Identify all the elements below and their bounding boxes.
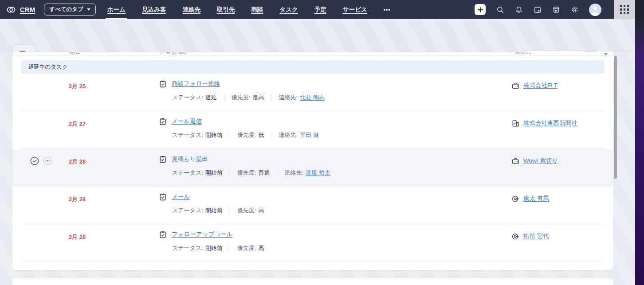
row-hover-actions bbox=[30, 156, 52, 167]
nav-item-5[interactable]: タスク bbox=[279, 0, 298, 19]
field-separator bbox=[230, 132, 230, 138]
task-clipboard-icon bbox=[159, 117, 167, 125]
status-label: ステータス: bbox=[172, 94, 203, 102]
related-to-cell: 株式会社東西新聞社 bbox=[511, 119, 577, 127]
priority-label: 優先度: bbox=[237, 244, 256, 252]
contact-group: 連絡先: 平田 健 bbox=[264, 131, 318, 139]
nav-item-3[interactable]: 取引先 bbox=[217, 0, 235, 19]
priority-label: 優先度: bbox=[237, 207, 256, 215]
task-title-link[interactable]: 商談フォロー連絡 bbox=[172, 80, 220, 88]
status-label: ステータス: bbox=[172, 169, 203, 177]
apps-grid-icon[interactable] bbox=[614, 0, 635, 19]
related-to-link[interactable]: Wow/ 買切り bbox=[523, 157, 558, 165]
grid-dots bbox=[620, 5, 629, 14]
contact-label: 連絡先: bbox=[279, 131, 298, 139]
status-label: ステータス: bbox=[172, 207, 203, 215]
desktop-background-strip bbox=[635, 0, 644, 285]
calendar-icon[interactable] bbox=[533, 5, 542, 14]
field-separator bbox=[271, 132, 271, 138]
page-header: ようこそ、nakano Tさん クラシック表示 ••• bbox=[0, 19, 635, 52]
task-row: 2月 27 メール返信 ステータス: 開始前 優先度: 低 連絡先: 平田 健 bbox=[12, 111, 613, 149]
section-header-delayed-tasks: 遅延中のタスク bbox=[21, 60, 605, 74]
contact-link[interactable]: 平田 健 bbox=[300, 131, 319, 139]
nav-item-1[interactable]: 見込み客 bbox=[142, 0, 166, 19]
task-detail-line: ステータス: 遅延 優先度: 最高 連絡先: 北並 剛志 bbox=[172, 94, 507, 102]
zoho-logo-icon[interactable] bbox=[6, 5, 16, 15]
related-to-link[interactable]: 康太 有馬 bbox=[523, 195, 549, 203]
task-title-link[interactable]: フォローアップコール bbox=[172, 230, 233, 238]
task-main-cell: 商談フォロー連絡 ステータス: 遅延 優先度: 最高 連絡先: 北並 剛志 bbox=[159, 80, 507, 102]
task-clipboard-icon bbox=[159, 80, 167, 88]
related-to-cell: 株式会社FLT bbox=[511, 82, 558, 90]
status-label: ステータス: bbox=[172, 244, 203, 252]
search-icon[interactable] bbox=[496, 5, 504, 14]
priority-value: 高 bbox=[258, 207, 264, 215]
contact-link[interactable]: 道坂 裕太 bbox=[306, 169, 330, 177]
related-to-link[interactable]: 拓留 宮代 bbox=[523, 232, 549, 240]
task-title-link[interactable]: 見積もり提出 bbox=[172, 155, 208, 163]
nav-item-more[interactable]: ••• bbox=[384, 0, 391, 19]
complete-task-check-icon[interactable] bbox=[30, 156, 39, 167]
status-value: 開始前 bbox=[205, 207, 223, 215]
chevron-down-icon bbox=[87, 8, 90, 11]
gear-icon[interactable] bbox=[570, 5, 579, 14]
priority-value: 低 bbox=[258, 131, 264, 139]
avatar[interactable] bbox=[589, 4, 601, 16]
nav-item-7[interactable]: サービス bbox=[343, 0, 367, 19]
vertical-scrollbar-thumb[interactable] bbox=[614, 56, 617, 179]
task-detail-line: ステータス: 開始前 優先度: 低 連絡先: 平田 健 bbox=[172, 131, 507, 139]
tab-selector-dropdown[interactable]: すべてのタブ bbox=[44, 4, 96, 16]
task-row: 2月 28 見積もり提出 ステータス: 開始前 優先度: 普通 連絡先: 道坂 … bbox=[12, 149, 613, 187]
priority-label: 優先度: bbox=[232, 94, 251, 102]
lead-icon bbox=[511, 232, 519, 240]
contact-group: 連絡先: 北並 剛志 bbox=[264, 94, 324, 102]
contact-link[interactable]: 北並 剛志 bbox=[300, 94, 325, 102]
nav-item-4[interactable]: 商談 bbox=[251, 0, 263, 19]
account-icon bbox=[511, 119, 519, 127]
contact-label: 連絡先: bbox=[279, 94, 298, 102]
marketplace-icon[interactable] bbox=[552, 5, 560, 14]
bell-icon[interactable] bbox=[514, 5, 523, 14]
related-to-cell: Wow/ 買切り bbox=[511, 157, 558, 165]
deal-icon bbox=[511, 157, 519, 165]
crm-home-screen: CRM すべてのタブ ホーム見込み客連絡先取引先商談タスク予定サービス••• bbox=[0, 0, 644, 285]
nav-items: ホーム見込み客連絡先取引先商談タスク予定サービス••• bbox=[107, 0, 390, 19]
nav-item-0[interactable]: ホーム bbox=[107, 0, 126, 19]
field-separator bbox=[230, 170, 230, 176]
lead-icon bbox=[511, 195, 519, 203]
status-value: 開始前 bbox=[205, 244, 223, 252]
task-clipboard-icon bbox=[159, 230, 167, 238]
clipped-column-header-row: 期日 件名 (詳細) 関連先 bbox=[12, 52, 613, 59]
field-separator bbox=[271, 94, 271, 101]
related-to-link[interactable]: 株式会社東西新聞社 bbox=[523, 119, 577, 127]
task-detail-line: ステータス: 開始前 優先度: 普通 連絡先: 道坂 裕太 bbox=[172, 169, 507, 177]
brand-crm-link[interactable]: CRM bbox=[20, 6, 35, 13]
related-to-cell: 拓留 宮代 bbox=[511, 232, 549, 240]
field-separator bbox=[277, 170, 277, 176]
task-due-date: 2月 25 bbox=[69, 82, 86, 90]
priority-value: 高 bbox=[258, 244, 264, 252]
task-title-link[interactable]: メール返信 bbox=[172, 117, 202, 125]
priority-label: 優先度: bbox=[237, 131, 256, 139]
status-value: 開始前 bbox=[205, 131, 223, 139]
nav-item-2[interactable]: 連絡先 bbox=[182, 0, 200, 19]
priority-value: 最高 bbox=[252, 94, 264, 102]
related-to-link[interactable]: 株式会社FLT bbox=[523, 82, 558, 90]
task-due-date: 2月 28 bbox=[69, 158, 86, 166]
task-main-cell: メール ステータス: 開始前 優先度: 高 bbox=[159, 193, 507, 215]
quick-create-plus-button[interactable] bbox=[475, 4, 486, 15]
priority-label: 優先度: bbox=[237, 169, 256, 177]
row-more-options-icon[interactable] bbox=[43, 156, 52, 167]
filter-icon[interactable] bbox=[604, 52, 608, 59]
field-separator bbox=[224, 94, 224, 101]
task-title-link[interactable]: メール bbox=[172, 193, 190, 201]
task-detail-line: ステータス: 開始前 優先度: 高 bbox=[172, 207, 507, 215]
task-row: 2月 28 メール ステータス: 開始前 優先度: 高 康太 有馬 bbox=[12, 187, 613, 224]
task-row: 2月 25 商談フォロー連絡 ステータス: 遅延 優先度: 最高 連絡先: 北並… bbox=[12, 74, 613, 111]
tab-selector-label: すべてのタブ bbox=[49, 6, 83, 13]
contact-group: 連絡先: 道坂 裕太 bbox=[270, 169, 330, 177]
nav-item-6[interactable]: 予定 bbox=[314, 0, 326, 19]
related-to-cell: 康太 有馬 bbox=[511, 195, 549, 203]
next-widget-card bbox=[12, 278, 613, 285]
deal-icon bbox=[511, 82, 519, 90]
